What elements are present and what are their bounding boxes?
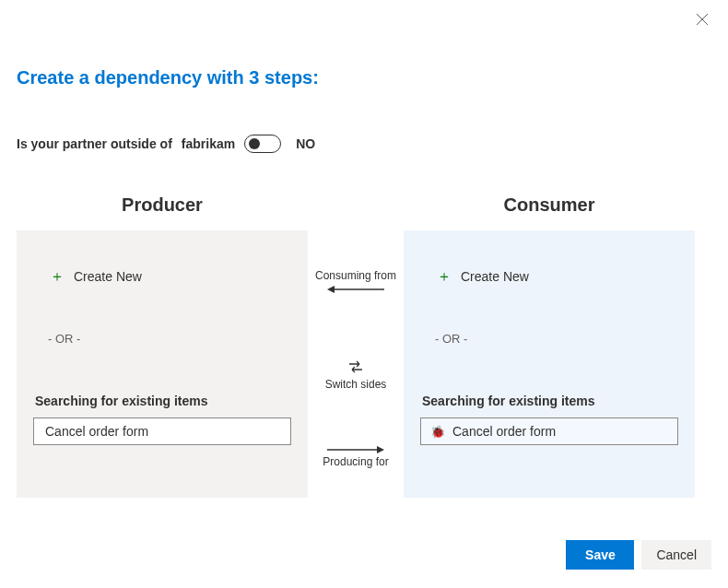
- consumer-search-label: Searching for existing items: [422, 394, 678, 408]
- dialog-title: Create a dependency with 3 steps:: [17, 67, 711, 88]
- close-button[interactable]: [693, 13, 711, 31]
- swap-icon: [346, 359, 365, 374]
- dependency-columns: ＋ Create New - OR - Searching for existi…: [17, 230, 711, 498]
- close-icon: [696, 13, 709, 26]
- consumer-panel: ＋ Create New - OR - Searching for existi…: [404, 230, 695, 498]
- plus-icon: ＋: [437, 269, 452, 284]
- producer-panel: ＋ Create New - OR - Searching for existi…: [17, 230, 308, 498]
- producer-search-label: Searching for existing items: [35, 394, 291, 408]
- producer-or-divider: - OR -: [48, 332, 291, 346]
- partner-prefix: Is your partner outside of: [17, 136, 172, 151]
- consuming-from-label: Consuming from: [315, 269, 396, 282]
- consumer-search-input[interactable]: [451, 423, 668, 440]
- dialog-footer: Save Cancel: [566, 540, 711, 570]
- create-dependency-dialog: Create a dependency with 3 steps: Is you…: [0, 0, 728, 588]
- producer-create-new-label: Create New: [74, 269, 142, 284]
- partner-org: fabrikam: [182, 136, 235, 151]
- producing-for-label: Producing for: [323, 455, 388, 468]
- save-button[interactable]: Save: [566, 540, 634, 570]
- plus-icon: ＋: [50, 269, 65, 284]
- switch-sides-label: Switch sides: [325, 378, 387, 391]
- svg-marker-3: [327, 286, 335, 293]
- arrow-left-icon: [323, 284, 388, 295]
- partner-outside-row: Is your partner outside of fabrikam NO: [17, 135, 711, 153]
- partner-outside-toggle[interactable]: [244, 135, 281, 153]
- toggle-state-label: NO: [296, 136, 315, 151]
- consumer-header: Consumer: [404, 194, 695, 216]
- producer-search-input[interactable]: [43, 423, 281, 440]
- switch-sides-button[interactable]: Switch sides: [310, 359, 402, 391]
- connector-column: Consuming from Switch sides Producin: [308, 230, 404, 498]
- consumer-or-divider: - OR -: [435, 332, 678, 346]
- producer-header: Producer: [17, 194, 308, 216]
- cancel-button[interactable]: Cancel: [641, 540, 711, 570]
- arrow-right-icon: [323, 444, 388, 455]
- producer-create-new-button[interactable]: ＋ Create New: [33, 262, 291, 291]
- bug-icon: 🐞: [430, 426, 445, 438]
- consuming-from-connector: Consuming from: [310, 269, 402, 295]
- consumer-create-new-button[interactable]: ＋ Create New: [420, 262, 678, 291]
- column-headers: Producer Consumer: [17, 194, 711, 230]
- consumer-search-box[interactable]: 🐞: [420, 417, 678, 445]
- consumer-create-new-label: Create New: [461, 269, 529, 284]
- svg-marker-5: [377, 446, 384, 453]
- producer-search-box[interactable]: [33, 417, 291, 445]
- toggle-knob: [249, 138, 260, 149]
- producing-for-connector: Producing for: [310, 442, 402, 468]
